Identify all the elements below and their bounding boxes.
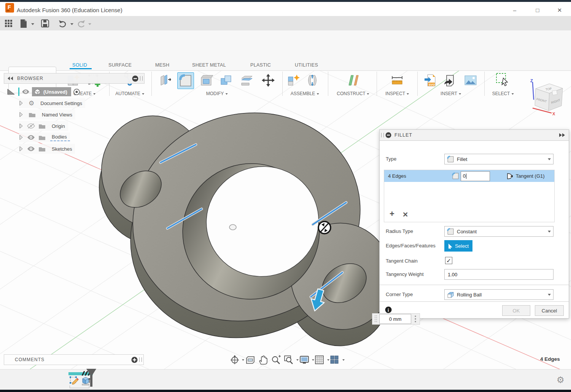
move-copy-tool[interactable] [260,72,276,88]
orbit-tool[interactable] [229,355,240,365]
joint-tool[interactable] [304,72,320,88]
redo-history-caret-icon[interactable] [88,23,91,25]
zoom-tool[interactable] [270,355,281,365]
visibility-off-eye-icon[interactable] [27,123,35,129]
browser-item-origin[interactable]: Origin [19,121,68,131]
comments-header[interactable]: COMMENTS [4,354,144,365]
tab-sheet-metal[interactable]: SHEET METAL [192,62,226,68]
chevron-down-icon[interactable] [342,359,345,361]
fillet-dialog-header[interactable]: FILLET [380,130,569,141]
press-pull-tool[interactable] [158,72,174,88]
tangent-chain-checkbox[interactable]: ✓ [445,257,452,264]
tab-surface[interactable]: SURFACE [108,62,132,68]
fillet-tool-active[interactable] [177,72,194,89]
add-comment-icon[interactable] [131,357,138,363]
info-icon[interactable]: i [385,306,392,313]
viewports-tool[interactable] [329,355,340,365]
radius-type-dropdown[interactable]: Constant [444,226,554,237]
minimize-button[interactable]: – [509,6,520,14]
browser-item-bodies[interactable]: Bodies [19,132,70,142]
dialog-drag-handle[interactable] [381,133,384,137]
chevron-down-icon[interactable] [242,359,244,361]
expand-caret-icon[interactable] [19,146,23,151]
visibility-eye-icon[interactable] [22,89,30,94]
edges-select-button[interactable]: Select [444,240,472,252]
browser-item-document-settings[interactable]: ⚙ Document Settings [19,98,85,108]
group-label-assemble[interactable]: ASSEMBLE [291,91,319,96]
type-dropdown[interactable]: Fillet [444,154,554,164]
browser-item-sketches[interactable]: Sketches [19,144,75,154]
visibility-eye-icon[interactable] [27,135,35,140]
insert-derive-tool[interactable] [441,72,457,88]
panel-drag-handle[interactable] [140,76,143,81]
viewcube[interactable]: TOP FRONT RIGHT Z X [530,78,563,116]
group-label-automate[interactable]: AUTOMATE [115,91,144,96]
timeline-settings-gear-icon[interactable]: ⚙ [557,375,565,385]
select-tool[interactable] [494,72,510,88]
file-menu-caret-icon[interactable] [31,23,34,25]
tab-mesh[interactable]: MESH [155,62,169,68]
remove-edge-set-icon[interactable]: ✕ [402,210,408,219]
insert-svg-tool[interactable]: SVG [423,72,439,88]
tab-solid[interactable]: SOLID [72,62,87,68]
cancel-button[interactable]: Cancel [535,305,564,316]
radius-drag-manipulator[interactable] [318,221,331,234]
dimension-value-input[interactable]: 0 mm [379,314,411,324]
save-icon[interactable] [41,19,49,27]
combine-tool[interactable] [218,72,234,88]
browser-header[interactable]: BROWSER [4,73,145,84]
add-edge-set-icon[interactable]: + [390,209,394,219]
split-body-tool[interactable] [239,72,255,88]
construct-plane-tool[interactable] [345,72,361,88]
zoom-window-tool[interactable] [283,355,294,365]
edge-set-row-selected[interactable]: 4 Edges 0 Tangent (G1) [384,170,554,182]
close-button[interactable]: ✕ [554,6,565,14]
file-new-icon[interactable] [20,19,27,28]
minimize-panel-icon[interactable] [132,75,138,82]
group-label-construct[interactable]: CONSTRUCT [337,91,369,96]
browser-item-named-views[interactable]: Named Views [19,110,75,120]
tangency-weight-label: Tangency Weight [386,271,424,277]
undo-icon[interactable] [58,19,67,27]
insert-canvas-tool[interactable] [463,72,479,88]
new-component-tool[interactable] [286,72,302,88]
maximize-button[interactable]: □ [532,6,543,14]
origin-marker[interactable] [229,225,236,230]
expand-caret-icon[interactable] [19,112,23,117]
root-selected-chip[interactable]: (Unsaved) [32,87,71,96]
group-label-select[interactable]: SELECT [492,91,514,96]
look-at-tool[interactable] [245,355,255,365]
apps-grid-icon[interactable] [5,19,13,28]
panel-drag-handle[interactable] [139,357,142,362]
expand-caret-icon[interactable] [19,135,23,140]
browser-root-row[interactable]: (Unsaved) [7,87,106,97]
minimize-dialog-icon[interactable] [385,132,391,138]
expand-caret-icon[interactable] [19,100,23,106]
ok-button-disabled[interactable]: OK [502,305,530,316]
shell-tool[interactable] [198,72,214,88]
activate-component-radio-icon[interactable] [73,89,80,95]
radius-value-input[interactable]: 0 [461,171,490,181]
expand-dialog-icon[interactable] [559,133,566,137]
chevron-down-icon[interactable] [296,359,299,361]
tab-plastic[interactable]: PLASTIC [250,62,271,68]
dimension-drag-handle[interactable] [373,314,379,323]
pan-tool[interactable] [258,355,268,365]
kebab-menu-icon[interactable] [411,314,420,323]
chevron-down-icon [511,93,514,95]
collapse-panel-icon[interactable] [7,76,13,81]
visibility-eye-icon[interactable] [27,146,35,151]
undo-history-caret-icon[interactable] [70,23,73,25]
split-body-icon [240,73,254,88]
tangency-weight-input[interactable]: 1.00 [444,269,554,280]
group-label-inspect[interactable]: INSPECT [385,91,409,96]
expand-caret-icon[interactable] [19,123,23,129]
measure-tool[interactable] [389,72,405,88]
group-label-modify[interactable]: MODIFY [206,91,228,96]
redo-icon[interactable] [77,19,86,27]
tab-utilities[interactable]: UTILITIES [295,62,318,68]
corner-type-dropdown[interactable]: Rolling Ball [444,289,554,300]
display-settings-tool[interactable] [299,355,309,365]
group-label-insert[interactable]: INSERT [441,91,461,96]
grid-snap-tool[interactable] [314,355,324,365]
